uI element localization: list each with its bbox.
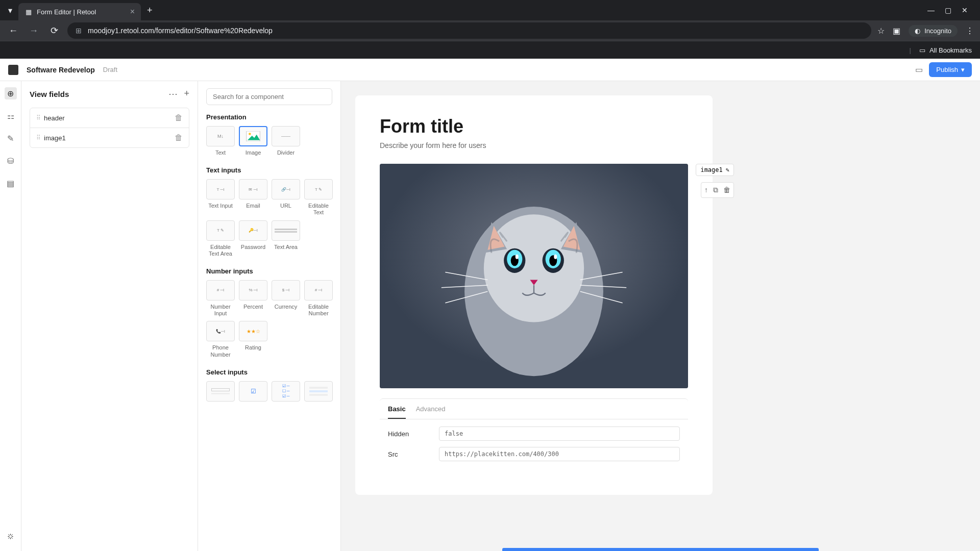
publish-button[interactable]: Publish ▾ <box>929 62 972 77</box>
svg-point-1 <box>249 133 251 135</box>
url-icon <box>272 179 300 199</box>
phone-icon <box>206 321 235 341</box>
incognito-badge[interactable]: ◐ Incognito <box>909 25 958 37</box>
tab-advanced[interactable]: Advanced <box>416 405 446 419</box>
minimize-icon[interactable]: — <box>927 6 935 14</box>
preview-icon[interactable]: ▭ <box>915 65 923 74</box>
hidden-input[interactable] <box>439 427 680 441</box>
main-layout: ⊕ ⚏ ✎ ⛁ ▤ ⛭ View fields ⋯ + ⠿ header 🗑 ⠿… <box>0 81 980 551</box>
currency-icon <box>272 280 300 300</box>
rail-theme-icon[interactable]: ✎ <box>5 132 17 144</box>
form-title[interactable]: Form title <box>380 116 688 137</box>
editable-textarea-icon <box>206 220 235 241</box>
project-name: Software Redevelop <box>27 66 95 74</box>
rail-tree-icon[interactable]: ⚏ <box>5 110 17 122</box>
component-checkbox-group[interactable]: ☑ ─☐ ─☑ ─ <box>272 381 300 402</box>
chevron-down-icon: ▾ <box>961 66 965 73</box>
component-text-area[interactable]: Text Area <box>272 220 300 257</box>
field-list: ⠿ header 🗑 ⠿ image1 🗑 <box>30 108 189 148</box>
checkbox-group-icon: ☑ ─☐ ─☑ ─ <box>272 381 300 402</box>
component-select[interactable] <box>206 381 235 402</box>
component-number-input[interactable]: Number Input <box>206 280 235 317</box>
properties-panel: Basic Advanced Hidden Src <box>380 398 688 474</box>
url-text: moodjoy1.retool.com/forms/editor/Softwar… <box>88 27 273 35</box>
forward-button[interactable]: → <box>27 26 41 36</box>
component-text[interactable]: Text <box>206 126 235 156</box>
section-text-inputs: Text inputs <box>206 166 332 174</box>
component-editable-text[interactable]: Editable Text <box>304 179 333 216</box>
rail-data-icon[interactable]: ⛁ <box>5 155 17 167</box>
selected-element-label[interactable]: image1 ✎ <box>696 164 734 176</box>
reload-button[interactable]: ⟳ <box>47 25 61 36</box>
svg-point-5 <box>484 214 584 322</box>
browser-menu-icon[interactable]: ⋮ <box>966 26 974 36</box>
tab-basic[interactable]: Basic <box>388 405 406 419</box>
delete-element-icon[interactable]: 🗑 <box>723 186 730 194</box>
component-percent[interactable]: Percent <box>239 280 267 317</box>
src-input[interactable] <box>439 447 680 461</box>
delete-field-icon[interactable]: 🗑 <box>175 133 183 142</box>
duplicate-icon[interactable]: ⧉ <box>713 186 718 194</box>
component-checkbox[interactable] <box>239 381 267 402</box>
component-email[interactable]: Email <box>239 179 267 216</box>
textarea-icon <box>272 220 300 241</box>
browser-chrome: ▾ ▦ Form Editor | Retool × + — ▢ ✕ ← → ⟳… <box>0 0 980 59</box>
section-presentation: Presentation <box>206 113 332 121</box>
all-bookmarks-link[interactable]: All Bookmarks <box>929 46 972 54</box>
image-block[interactable] <box>380 164 688 388</box>
new-tab-button[interactable]: + <box>143 5 157 16</box>
form-description[interactable]: Describe your form here for users <box>380 141 688 149</box>
rail-settings-icon[interactable]: ⛭ <box>5 531 17 543</box>
delete-field-icon[interactable]: 🗑 <box>175 113 183 122</box>
tab-bar: ▾ ▦ Form Editor | Retool × + — ▢ ✕ <box>0 0 980 20</box>
component-currency[interactable]: Currency <box>272 280 300 317</box>
component-editable-number[interactable]: Editable Number <box>304 280 333 317</box>
section-number-inputs: Number inputs <box>206 267 332 275</box>
form-canvas[interactable]: Form title Describe your form here for u… <box>341 81 980 551</box>
move-up-icon[interactable]: ↑ <box>704 186 708 194</box>
maximize-icon[interactable]: ▢ <box>945 6 951 14</box>
component-image[interactable]: Image <box>239 126 267 156</box>
element-actions: ↑ ⧉ 🗑 <box>701 182 734 198</box>
fields-menu-icon[interactable]: ⋯ <box>168 88 178 99</box>
component-url[interactable]: URL <box>272 179 300 216</box>
bookmark-star-icon[interactable]: ☆ <box>877 26 885 36</box>
edit-icon[interactable]: ✎ <box>726 166 729 173</box>
retool-logo[interactable] <box>8 65 18 75</box>
extensions-icon[interactable]: ▣ <box>893 26 900 36</box>
close-window-icon[interactable]: ✕ <box>962 6 968 14</box>
window-controls: — ▢ ✕ <box>927 6 976 14</box>
site-info-icon[interactable]: ⊞ <box>76 27 82 35</box>
component-text-input[interactable]: Text Input <box>206 179 235 216</box>
drag-handle-icon[interactable]: ⠿ <box>36 114 40 121</box>
fields-panel: View fields ⋯ + ⠿ header 🗑 ⠿ image1 🗑 <box>21 81 198 551</box>
field-item-header[interactable]: ⠿ header 🗑 <box>30 108 189 128</box>
component-divider[interactable]: Divider <box>272 126 300 156</box>
text-component-icon <box>206 126 235 146</box>
browser-right-icons: ☆ ▣ ◐ Incognito ⋮ <box>877 25 974 37</box>
component-rating[interactable]: Rating <box>239 321 267 358</box>
tab-search-dropdown[interactable]: ▾ <box>4 4 16 16</box>
component-search-input[interactable] <box>206 88 332 105</box>
url-bar[interactable]: ⊞ moodjoy1.retool.com/forms/editor/Softw… <box>67 22 871 39</box>
back-button[interactable]: ← <box>6 26 20 36</box>
field-item-image1[interactable]: ⠿ image1 🗑 <box>30 128 189 147</box>
status-badge: Draft <box>103 66 117 73</box>
text-input-icon <box>206 179 235 199</box>
component-phone-number[interactable]: Phone Number <box>206 321 235 358</box>
section-select-inputs: Select inputs <box>206 368 332 376</box>
component-listbox[interactable] <box>304 381 333 402</box>
divider-component-icon <box>272 126 300 146</box>
rail-pages-icon[interactable]: ▤ <box>5 177 17 189</box>
email-icon <box>239 179 267 199</box>
password-icon <box>239 220 267 241</box>
tab-close-icon[interactable]: × <box>130 7 135 16</box>
rail-add-icon[interactable]: ⊕ <box>5 87 17 99</box>
add-field-icon[interactable]: + <box>184 88 189 99</box>
drag-handle-icon[interactable]: ⠿ <box>36 134 40 141</box>
component-password[interactable]: Password <box>239 220 267 257</box>
fields-panel-title: View fields <box>30 90 69 98</box>
component-editable-text-area[interactable]: Editable Text Area <box>206 220 235 257</box>
form-card: Form title Describe your form here for u… <box>355 95 713 495</box>
browser-tab[interactable]: ▦ Form Editor | Retool × <box>18 3 141 20</box>
